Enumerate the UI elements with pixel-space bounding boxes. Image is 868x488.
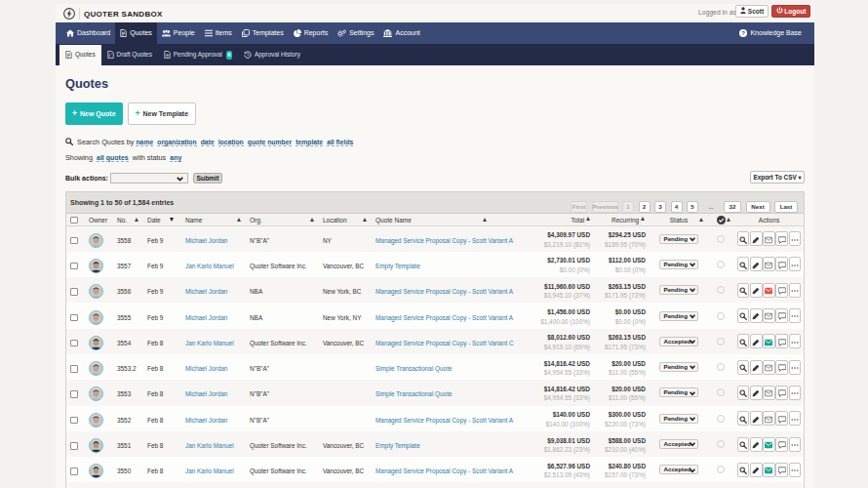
- svg-text:?: ?: [742, 30, 746, 36]
